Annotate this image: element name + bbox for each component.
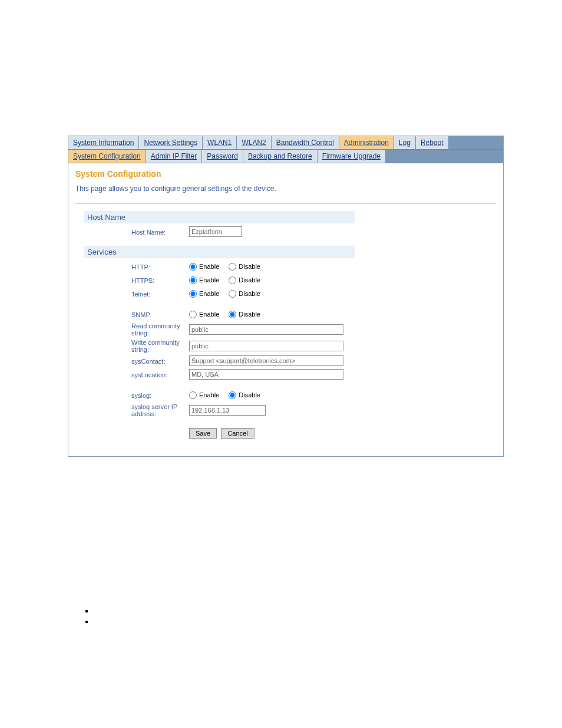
page-description: This page allows you to configure genera… <box>75 185 496 193</box>
primary-tab-bar: System Information Network Settings WLAN… <box>68 136 503 150</box>
label-write-community: Write community string: <box>131 338 189 353</box>
radio-snmp-enable[interactable] <box>189 311 197 318</box>
radio-https-disable[interactable] <box>229 276 236 284</box>
input-syscontact[interactable] <box>189 355 343 366</box>
divider <box>75 203 496 204</box>
bullet-icon <box>85 610 88 612</box>
radio-label-enable: Enable <box>199 276 219 284</box>
input-syslocation[interactable] <box>189 369 343 380</box>
save-button[interactable]: Save <box>189 428 217 439</box>
subtab-firmware-upgrade[interactable]: Firmware Upgrade <box>318 150 386 163</box>
label-syslocation: sysLocation: <box>131 371 189 378</box>
tab-bandwidth-control[interactable]: Bandwidth Control <box>272 136 339 149</box>
radio-telnet-disable[interactable] <box>229 290 236 298</box>
tab-system-information[interactable]: System Information <box>68 136 139 149</box>
cancel-button[interactable]: Cancel <box>221 428 254 439</box>
tab-spacer <box>449 136 503 149</box>
radio-label-disable: Disable <box>239 263 260 270</box>
form-hostname: Host Name: <box>131 226 496 238</box>
label-read-community: Read community string: <box>131 322 189 337</box>
label-syslog: syslog: <box>131 391 189 399</box>
label-snmp: SNMP: <box>131 311 189 318</box>
radio-https-enable[interactable] <box>189 276 197 284</box>
secondary-tab-bar: System Configuration Admin IP Filter Pas… <box>68 150 503 163</box>
radio-http-enable[interactable] <box>189 263 197 271</box>
input-read-community[interactable] <box>189 324 343 335</box>
subtab-password[interactable]: Password <box>202 150 243 163</box>
stray-bullets <box>85 610 562 623</box>
label-syslog-server: syslog server IP address: <box>131 403 189 417</box>
radio-syslog-enable[interactable] <box>189 391 197 399</box>
label-telnet: Telnet: <box>131 290 189 298</box>
section-header-services: Services <box>84 246 355 258</box>
radio-label-enable: Enable <box>199 290 219 297</box>
radio-label-disable: Disable <box>239 276 260 284</box>
input-hostname[interactable] <box>189 226 242 237</box>
page-title: System Configuration <box>75 169 496 179</box>
radio-label-enable: Enable <box>199 391 219 398</box>
content-area: System Configuration This page allows yo… <box>68 163 503 456</box>
subtab-backup-and-restore[interactable]: Backup and Restore <box>243 150 318 163</box>
tab-administration[interactable]: Administration <box>339 136 394 149</box>
bullet-icon <box>85 621 88 623</box>
form-services: HTTP: Enable Disable HTTPS: Enable Disab… <box>131 261 496 417</box>
tab-wlan2[interactable]: WLAN2 <box>237 136 271 149</box>
input-syslog-server[interactable] <box>189 405 266 416</box>
radio-syslog-disable[interactable] <box>229 391 236 399</box>
tab-log[interactable]: Log <box>394 136 416 149</box>
label-https: HTTPS: <box>131 276 189 284</box>
tab-reboot[interactable]: Reboot <box>416 136 449 149</box>
radio-label-enable: Enable <box>199 263 219 270</box>
radio-telnet-enable[interactable] <box>189 290 197 298</box>
radio-label-disable: Disable <box>239 290 260 297</box>
subtab-system-configuration[interactable]: System Configuration <box>68 150 146 163</box>
radio-label-disable: Disable <box>239 391 260 398</box>
label-syscontact: sysContact: <box>131 357 189 365</box>
radio-label-disable: Disable <box>239 311 260 318</box>
tab-network-settings[interactable]: Network Settings <box>139 136 203 149</box>
subtab-admin-ip-filter[interactable]: Admin IP Filter <box>146 150 202 163</box>
input-write-community[interactable] <box>189 341 343 351</box>
label-hostname: Host Name: <box>131 228 189 236</box>
radio-http-disable[interactable] <box>229 263 236 271</box>
button-row: Save Cancel <box>189 428 496 439</box>
app-window: System Information Network Settings WLAN… <box>68 136 504 457</box>
tab-wlan1[interactable]: WLAN1 <box>203 136 237 149</box>
radio-snmp-disable[interactable] <box>229 311 236 318</box>
radio-label-enable: Enable <box>199 311 219 318</box>
subtab-spacer <box>386 150 503 163</box>
label-http: HTTP: <box>131 263 189 271</box>
section-header-hostname: Host Name <box>84 211 355 223</box>
